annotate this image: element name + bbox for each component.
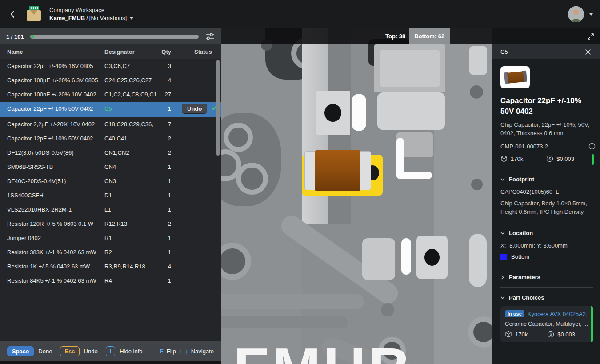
pcb-ring-pad xyxy=(224,123,253,152)
table-row[interactable]: DF12(3.0)-50DS-0.5V(86)CN1,CN22 xyxy=(0,146,221,160)
section-divider xyxy=(500,223,593,223)
table-row[interactable]: Capacitor 100nF +/-20% 10V 0402C1,C2,C4,… xyxy=(0,88,221,102)
row-designator: C18,C28,C29,C36, xyxy=(104,121,158,128)
svg-text:$: $ xyxy=(549,156,551,161)
expand-icon xyxy=(587,32,595,40)
row-name: VLS252010HBX-2R2M-1 xyxy=(7,206,99,213)
row-designator: C1,C2,C4,C8,C9,C1 xyxy=(104,91,158,98)
table-row[interactable]: Resistor 1K +/-5 % 0402 63 mWR3,R9,R14,R… xyxy=(0,260,221,274)
fullscreen-button[interactable] xyxy=(586,32,596,41)
row-name: DF40C-20DS-0.4V(51) xyxy=(7,178,99,185)
parameters-section-toggle[interactable]: Parameters xyxy=(500,274,593,280)
part-link[interactable]: Kyocera AVX 04025A2... xyxy=(528,311,588,317)
undo-label: Undo xyxy=(84,348,98,355)
row-qty: 1 xyxy=(158,249,171,256)
pcb-via xyxy=(470,85,483,99)
navigate-label: Navigate xyxy=(191,348,214,355)
progress-slider[interactable] xyxy=(30,35,199,39)
row-designator: R2 xyxy=(104,249,158,256)
row-name: Resistor 120R +/-5 % 0603 0.1 W xyxy=(7,220,99,228)
avatar-menu-caret-icon[interactable] xyxy=(589,13,593,16)
hide-info-label: Hide info xyxy=(120,348,142,355)
selected-designator: C5 xyxy=(500,48,508,55)
part-choice-card[interactable]: In use Kyocera AVX 04025A2... Ceramic Ca… xyxy=(500,306,593,342)
pcb-pad xyxy=(380,50,440,87)
f-key-hint[interactable]: F xyxy=(160,348,164,355)
top-side-count[interactable]: Top: 38 xyxy=(382,28,409,44)
shortcut-footer: Space Done Esc Undo I Hide info F Flip ↑… xyxy=(0,341,221,361)
location-section-toggle[interactable]: Location xyxy=(500,230,593,236)
project-breadcrumb[interactable]: Kame_FMUB / [No Variations] xyxy=(49,14,133,22)
table-row[interactable]: VLS252010HBX-2R2M-1L11 xyxy=(0,203,221,217)
pcb-viewer[interactable]: FMUB Top: 38 Bottom: 62 xyxy=(221,28,492,364)
filter-button[interactable] xyxy=(205,32,215,41)
part-choices-section-toggle[interactable]: Part Choices xyxy=(500,294,593,301)
part-number: CMP-001-00073-2 xyxy=(500,143,548,150)
flip-label: Flip xyxy=(167,348,176,355)
table-row[interactable]: Resistor 120R +/-5 % 0603 0.1 WR12,R132 xyxy=(0,217,221,231)
part-choice-metrics: 170k $ $0.003 xyxy=(505,331,588,338)
table-row[interactable]: Capacitor 100µF +/-20% 6.3V 0805C24,C25,… xyxy=(0,73,221,88)
user-avatar[interactable] xyxy=(568,6,584,22)
space-key-hint[interactable]: Space xyxy=(7,346,34,356)
header-name: Name xyxy=(7,48,99,55)
location-section-label: Location xyxy=(509,230,533,236)
header-designator: Designator xyxy=(104,48,158,55)
section-divider xyxy=(500,169,593,169)
row-name: Jumper 0402 xyxy=(7,235,99,242)
esc-key-hint[interactable]: Esc xyxy=(60,346,79,356)
stock-box-icon xyxy=(505,331,512,338)
row-designator: R1 xyxy=(104,235,158,242)
location-coords: X: -8.000mm; Y: 3.600mm xyxy=(500,242,593,249)
row-qty: 27 xyxy=(158,91,171,98)
table-row[interactable]: Resistor 383K +/-1 % 0402 63 mWR21 xyxy=(0,245,221,260)
table-row-selected[interactable]: Capacitor 22pF +/-10% 50V 0402C51Undo xyxy=(0,102,221,117)
breadcrumb-separator: / xyxy=(86,14,88,22)
close-details-button[interactable] xyxy=(584,48,592,56)
stock-count: 170k xyxy=(511,156,523,162)
availability-indicator xyxy=(591,306,593,342)
chevron-down-icon xyxy=(500,231,505,236)
table-row[interactable]: Capacitor 2,2µF +/-20% 10V 0402C18,C28,C… xyxy=(0,117,221,132)
table-row[interactable]: Capacitor 12pF +/-10% 50V 0402C40,C412 xyxy=(0,132,221,146)
part-choice-price: $0.003 xyxy=(557,331,575,338)
row-name: Capacitor 22µF +/-40% 16V 0805 xyxy=(7,63,99,70)
row-designator: R12,R13 xyxy=(104,220,158,228)
table-row[interactable]: Jumper 0402R11 xyxy=(0,231,221,245)
chevron-left-icon xyxy=(10,10,15,18)
row-qty: 2 xyxy=(158,149,171,156)
pcb-pad xyxy=(362,238,395,280)
arrow-up-icon[interactable]: ↑ xyxy=(179,348,182,355)
footprint-section-toggle[interactable]: Footprint xyxy=(500,176,593,183)
table-row[interactable]: 1SS400CSFHD11 xyxy=(0,188,221,203)
row-qty: 1 xyxy=(158,192,171,199)
i-key-hint[interactable]: I xyxy=(106,346,116,356)
table-row[interactable]: Capacitor 22µF +/-40% 16V 0805C3,C6,C73 xyxy=(0,59,221,73)
table-row[interactable]: DF40C-20DS-0.4V(51)CN31 xyxy=(0,174,221,188)
progress-row: 1 / 101 xyxy=(0,28,221,44)
row-qty: 1 xyxy=(158,206,171,213)
layer-name: Bottom xyxy=(511,253,529,260)
bottom-side-count[interactable]: Bottom: 62 xyxy=(409,28,450,44)
back-button[interactable] xyxy=(7,9,18,20)
undo-button[interactable]: Undo xyxy=(182,104,207,114)
table-row[interactable]: Resistor 84K5 +/-1 % 0402 63 mWR41 xyxy=(0,274,221,288)
component-details-panel: C5 Capacitor 22pF +/-10% 50V 0402 Chip C… xyxy=(492,44,600,364)
row-designator: R4 xyxy=(104,277,158,284)
pcb-drill-hole xyxy=(424,249,440,266)
row-name: Resistor 383K +/-1 % 0402 63 mW xyxy=(7,249,99,256)
table-row[interactable]: SM06B-SRSS-TBCN41 xyxy=(0,160,221,174)
row-name: Resistor 84K5 +/-1 % 0402 63 mW xyxy=(7,277,99,284)
row-name: DF12(3.0)-50DS-0.5V(86) xyxy=(7,149,99,156)
close-icon xyxy=(585,49,591,55)
arrow-down-icon[interactable]: ↓ xyxy=(185,348,188,355)
info-button[interactable] xyxy=(588,143,596,150)
chevron-down-icon xyxy=(500,177,505,182)
workspace-box-icon xyxy=(26,5,43,24)
stock-box-icon xyxy=(500,155,508,162)
row-designator: L1 xyxy=(104,206,158,213)
row-designator: C40,C41 xyxy=(104,135,158,142)
footer-strip xyxy=(0,361,221,364)
parameters-section-label: Parameters xyxy=(509,274,540,280)
table-scrollbar[interactable] xyxy=(216,60,220,156)
